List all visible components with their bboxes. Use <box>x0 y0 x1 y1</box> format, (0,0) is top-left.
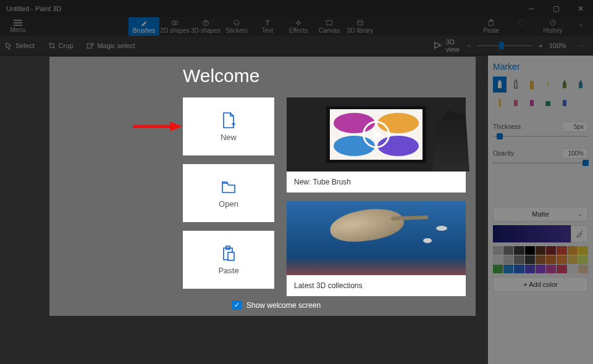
checkbox-icon: ✓ <box>232 300 242 310</box>
play-icon <box>363 121 390 148</box>
video-thumb <box>287 97 466 172</box>
collections-thumb <box>287 201 466 275</box>
welcome-new-tile[interactable]: New <box>183 97 274 155</box>
card-caption: New: Tube Brush <box>287 172 466 192</box>
welcome-title: Welcome <box>183 65 476 86</box>
svg-rect-15 <box>228 252 234 260</box>
show-welcome-checkbox[interactable]: ✓ Show welcome screen <box>232 300 321 310</box>
welcome-dialog: Welcome New Open Paste <box>49 57 476 316</box>
welcome-paste-tile[interactable]: Paste <box>183 231 274 289</box>
card-caption: Latest 3D collections <box>287 275 466 296</box>
new-file-icon <box>221 112 237 129</box>
welcome-card-tube-brush[interactable]: New: Tube Brush <box>287 97 466 192</box>
welcome-card-collections[interactable]: Latest 3D collections <box>287 201 466 296</box>
welcome-open-tile[interactable]: Open <box>183 164 274 222</box>
paste-clipboard-icon <box>221 245 237 262</box>
open-folder-icon <box>221 178 237 196</box>
